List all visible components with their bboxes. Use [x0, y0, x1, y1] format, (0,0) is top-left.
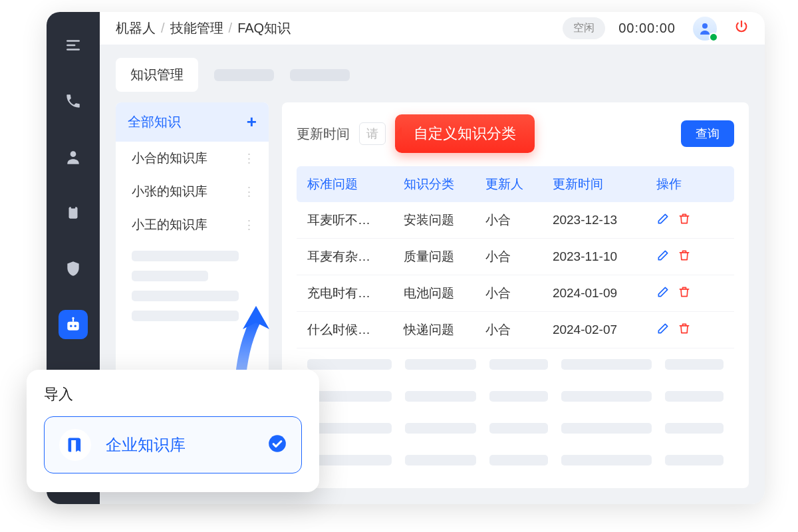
presence-dot	[709, 33, 718, 42]
table-row-placeholder	[297, 412, 734, 444]
svg-rect-5	[71, 205, 76, 208]
edit-icon[interactable]	[656, 249, 670, 265]
cell-updated-at: 2024-02-07	[553, 323, 657, 337]
tab-placeholder	[290, 69, 350, 81]
table-row-placeholder	[297, 348, 734, 380]
timer-display: 00:00:00	[618, 21, 676, 36]
table-row: 什么时候…快递问题小合2024-02-07	[297, 312, 734, 348]
import-option-label: 企业知识库	[106, 434, 253, 456]
phone-icon[interactable]	[59, 86, 88, 116]
add-category-button[interactable]: +	[247, 112, 257, 132]
cell-category: 快递问题	[404, 321, 485, 338]
edit-icon[interactable]	[656, 322, 670, 338]
cell-ops	[656, 285, 724, 302]
avatar[interactable]	[693, 17, 717, 41]
status-badge[interactable]: 空闲	[563, 17, 605, 39]
cell-question: 耳麦有杂…	[307, 248, 404, 265]
power-icon[interactable]	[734, 19, 749, 37]
more-icon[interactable]: ⋮	[243, 184, 257, 200]
svg-point-8	[74, 325, 76, 327]
cell-category: 安装问题	[404, 211, 485, 229]
shield-icon[interactable]	[59, 254, 88, 283]
topbar: 机器人 / 技能管理 / FAQ知识 空闲 00:00:00	[100, 12, 765, 45]
filter-label-updated: 更新时间	[297, 125, 350, 143]
tree-all-label: 全部知识	[128, 113, 181, 131]
table-header: 标准问题 知识分类 更新人 更新时间 操作	[297, 166, 734, 202]
table-row-placeholder	[297, 380, 734, 412]
tree-item-label: 小合的知识库	[132, 150, 207, 167]
robot-icon[interactable]	[59, 310, 88, 339]
cell-ops	[656, 322, 724, 338]
svg-point-7	[70, 325, 72, 327]
svg-point-10	[72, 317, 74, 319]
import-option-enterprise-kb[interactable]: 企业知识库	[44, 416, 302, 473]
table-row: 充电时有…电池问题小合2024-01-09	[297, 275, 734, 312]
import-popover: 导入 企业知识库	[27, 370, 319, 492]
tree-item[interactable]: 小张的知识库 ⋮	[116, 175, 269, 208]
table-row: 耳麦听不…安装问题小合2023-12-13	[297, 202, 734, 239]
tree-all-knowledge[interactable]: 全部知识 +	[116, 102, 269, 142]
table-row-placeholder	[297, 444, 734, 476]
th-updater: 更新人	[485, 176, 553, 193]
user-icon[interactable]	[59, 142, 88, 172]
tree-item-label: 小张的知识库	[132, 183, 207, 200]
more-icon[interactable]: ⋮	[243, 151, 257, 166]
edit-icon[interactable]	[656, 212, 670, 229]
cell-ops	[656, 249, 724, 265]
cell-updater: 小合	[485, 248, 553, 265]
cell-question: 什么时候…	[307, 321, 404, 338]
clipboard-icon[interactable]	[59, 198, 88, 227]
cell-updated-at: 2024-01-09	[553, 286, 657, 301]
edit-icon[interactable]	[656, 285, 670, 302]
check-circle-icon	[268, 434, 287, 456]
tab-placeholder	[214, 69, 274, 81]
svg-point-3	[70, 151, 76, 157]
tree-placeholder	[132, 291, 239, 301]
breadcrumb-mid[interactable]: 技能管理	[170, 19, 223, 37]
breadcrumb-sep: /	[161, 21, 165, 36]
svg-point-12	[269, 435, 286, 452]
import-title: 导入	[44, 384, 302, 404]
book-icon	[59, 429, 91, 461]
cell-category: 电池问题	[404, 285, 485, 302]
breadcrumb-root[interactable]: 机器人	[116, 19, 156, 37]
delete-icon[interactable]	[678, 212, 691, 229]
th-question: 标准问题	[307, 176, 404, 193]
tree-placeholder	[132, 311, 239, 321]
cell-updated-at: 2023-12-13	[553, 213, 657, 227]
th-updated-at: 更新时间	[553, 176, 657, 193]
tree-item-label: 小王的知识库	[132, 216, 207, 233]
filter-row: 更新时间 请 自定义知识分类 查询	[297, 114, 734, 153]
svg-rect-6	[67, 322, 78, 331]
menu-icon[interactable]	[59, 31, 88, 60]
th-category: 知识分类	[404, 176, 485, 193]
search-button[interactable]: 查询	[681, 120, 734, 147]
more-icon[interactable]: ⋮	[243, 217, 257, 233]
cell-updater: 小合	[485, 285, 553, 302]
breadcrumb: 机器人 / 技能管理 / FAQ知识	[116, 19, 291, 37]
callout-custom-category: 自定义知识分类	[395, 114, 535, 153]
tab-row: 知识管理	[100, 45, 765, 102]
cell-updater: 小合	[485, 211, 553, 229]
tree-item[interactable]: 小合的知识库 ⋮	[116, 142, 269, 175]
cell-updated-at: 2023-11-10	[553, 249, 657, 264]
svg-rect-4	[69, 207, 78, 218]
knowledge-panel: 更新时间 请 自定义知识分类 查询 标准问题 知识分类 更新人 更新时间 操作 …	[282, 102, 749, 488]
cell-question: 充电时有…	[307, 285, 404, 302]
breadcrumb-sep: /	[229, 21, 233, 36]
tree-item[interactable]: 小王的知识库 ⋮	[116, 208, 269, 241]
delete-icon[interactable]	[678, 322, 691, 338]
cell-question: 耳麦听不…	[307, 211, 404, 229]
table-row: 耳麦有杂…质量问题小合2023-11-10	[297, 239, 734, 275]
tree-placeholder	[132, 251, 239, 261]
date-input[interactable]: 请	[359, 122, 386, 145]
svg-point-11	[702, 23, 708, 29]
cell-category: 质量问题	[404, 248, 485, 265]
cell-ops	[656, 212, 724, 229]
delete-icon[interactable]	[678, 249, 691, 265]
delete-icon[interactable]	[678, 285, 691, 302]
th-ops: 操作	[656, 176, 724, 193]
tab-knowledge-mgmt[interactable]: 知识管理	[116, 58, 198, 92]
tree-placeholder	[132, 271, 208, 281]
cell-updater: 小合	[485, 321, 553, 338]
